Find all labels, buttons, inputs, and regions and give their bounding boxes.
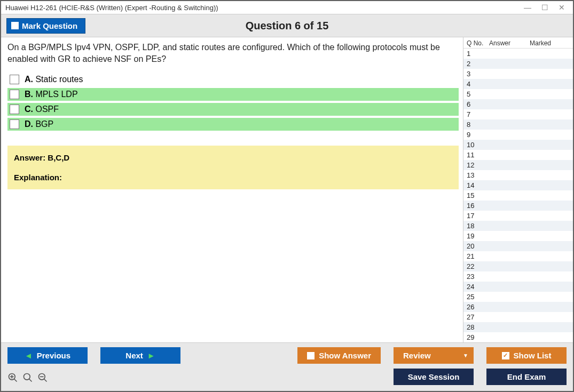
save-session-button[interactable]: Save Session (394, 369, 474, 385)
main-column: On a BGP/MPLS Ipv4 VPN, OSPF, LDP, and s… (1, 37, 463, 342)
chevron-left-icon: ◄ (25, 351, 33, 360)
list-item[interactable]: 20 (463, 241, 573, 251)
maximize-icon[interactable]: ☐ (541, 3, 548, 12)
checkbox-icon[interactable] (10, 105, 19, 114)
list-item[interactable]: 26 (463, 302, 573, 312)
svg-point-4 (24, 374, 30, 380)
svg-line-7 (44, 379, 47, 382)
previous-button[interactable]: ◄ Previous (7, 347, 88, 364)
zoom-controls (7, 368, 48, 386)
list-item[interactable]: 19 (463, 231, 573, 241)
checkbox-icon[interactable] (10, 75, 19, 84)
option-label: C. OSPF (25, 105, 59, 114)
list-item[interactable]: 12 (463, 160, 573, 170)
review-button[interactable]: Review ▼ (394, 347, 474, 364)
question-text: On a BGP/MPLS Ipv4 VPN, OSPF, LDP, and s… (7, 42, 459, 65)
col-marked: Marked (530, 39, 571, 47)
list-header: Q No. Answer Marked (463, 37, 573, 49)
zoom-in-icon[interactable] (7, 372, 18, 386)
header-bar: Mark Question Question 6 of 15 (1, 14, 573, 37)
checkbox-checked-icon: ✓ (502, 352, 509, 359)
app-window: Huawei H12-261 (HCIE-R&S (Written) (Expe… (0, 0, 574, 392)
minimize-icon[interactable]: — (524, 3, 531, 12)
col-qno: Q No. (467, 39, 489, 47)
list-item[interactable]: 2 (463, 59, 573, 69)
list-item[interactable]: 29 (463, 332, 573, 342)
col-answer: Answer (489, 39, 530, 47)
checkbox-icon[interactable] (10, 119, 19, 129)
list-item[interactable]: 4 (463, 79, 573, 89)
option-a[interactable]: A. Static routes (7, 73, 459, 86)
list-item[interactable]: 9 (463, 130, 573, 140)
list-item[interactable]: 14 (463, 180, 573, 190)
chevron-down-icon: ▼ (463, 353, 468, 358)
list-item[interactable]: 23 (463, 271, 573, 282)
question-list-panel: Q No. Answer Marked 12345678910111213141… (463, 37, 573, 342)
list-item[interactable]: 8 (463, 119, 573, 130)
zoom-out-icon[interactable] (37, 372, 48, 386)
list-item[interactable]: 22 (463, 261, 573, 271)
svg-line-5 (29, 379, 32, 382)
window-title: Huawei H12-261 (HCIE-R&S (Written) (Expe… (5, 4, 218, 12)
list-item[interactable]: 11 (463, 150, 573, 160)
list-item[interactable]: 10 (463, 140, 573, 150)
checkbox-icon (307, 352, 314, 359)
checkbox-icon (11, 22, 19, 29)
svg-line-1 (14, 379, 17, 382)
bottom-bar: ◄ Previous Next ► Show Answer Review ▼ ✓… (1, 342, 573, 391)
list-item[interactable]: 25 (463, 292, 573, 302)
window-controls: — ☐ ✕ (524, 3, 569, 12)
option-label: A. Static routes (25, 75, 83, 84)
show-answer-button[interactable]: Show Answer (297, 347, 381, 364)
list-item[interactable]: 18 (463, 221, 573, 231)
option-d[interactable]: D. BGP (7, 118, 459, 131)
list-item[interactable]: 27 (463, 312, 573, 322)
list-item[interactable]: 28 (463, 322, 573, 332)
list-item[interactable]: 17 (463, 211, 573, 221)
end-exam-button[interactable]: End Exam (486, 369, 567, 385)
next-button[interactable]: Next ► (100, 347, 180, 364)
question-counter: Question 6 of 15 (246, 20, 329, 32)
list-item[interactable]: 6 (463, 99, 573, 109)
explanation-label: Explanation: (14, 173, 452, 182)
list-item[interactable]: 15 (463, 190, 573, 201)
mark-question-button[interactable]: Mark Question (6, 18, 85, 34)
show-list-button[interactable]: ✓ Show List (486, 347, 567, 364)
checkbox-icon[interactable] (10, 90, 19, 99)
list-item[interactable]: 3 (463, 69, 573, 79)
content-row: On a BGP/MPLS Ipv4 VPN, OSPF, LDP, and s… (1, 37, 573, 342)
answer-panel: Answer: B,C,D Explanation: (7, 146, 459, 189)
list-item[interactable]: 5 (463, 89, 573, 99)
list-item[interactable]: 21 (463, 251, 573, 261)
list-item[interactable]: 24 (463, 282, 573, 292)
option-label: D. BGP (25, 119, 53, 129)
list-item[interactable]: 1 (463, 49, 573, 59)
zoom-reset-icon[interactable] (22, 372, 33, 386)
option-label: B. MPLS LDP (25, 90, 78, 99)
close-icon[interactable]: ✕ (558, 3, 565, 12)
list-item[interactable]: 16 (463, 201, 573, 211)
option-b[interactable]: B. MPLS LDP (7, 88, 459, 101)
chevron-right-icon: ► (147, 351, 155, 360)
question-list[interactable]: 1234567891011121314151617181920212223242… (463, 49, 573, 342)
button-row-2: Save Session End Exam (7, 368, 567, 386)
list-item[interactable]: 13 (463, 170, 573, 180)
titlebar: Huawei H12-261 (HCIE-R&S (Written) (Expe… (1, 1, 573, 14)
option-c[interactable]: C. OSPF (7, 103, 459, 116)
mark-label: Mark Question (22, 21, 77, 30)
options-list: A. Static routesB. MPLS LDPC. OSPFD. BGP (7, 73, 459, 131)
button-row: ◄ Previous Next ► Show Answer Review ▼ ✓… (7, 347, 567, 364)
list-item[interactable]: 7 (463, 109, 573, 119)
answer-line: Answer: B,C,D (14, 153, 452, 162)
